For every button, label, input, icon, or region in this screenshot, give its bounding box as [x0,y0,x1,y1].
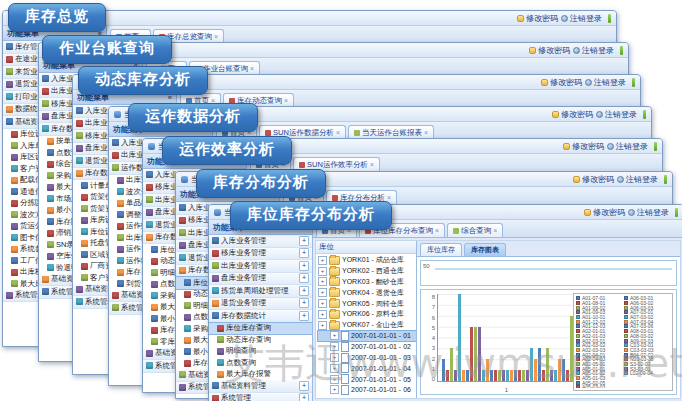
menu-item-icon [146,362,153,369]
tree-expander-icon[interactable]: + [318,256,327,265]
sidebar-item[interactable]: 点数查询+ [209,357,312,369]
expand-icon[interactable]: + [299,381,309,391]
tree-expander-icon[interactable]: + [330,342,339,351]
sidebar-item[interactable]: 动态库存查询+ [209,334,312,346]
tab-close-icon[interactable]: × [250,65,254,72]
chart-subtab[interactable]: 库存图表 [464,243,506,256]
menu-item-icon [117,188,124,195]
tab-close-icon[interactable]: × [284,97,288,104]
tree-node[interactable]: +2007-01-01-01 - 04 [318,363,416,374]
menu-item-icon [6,56,13,63]
logout-button[interactable]: 注销登录 [585,77,626,88]
tab[interactable]: 当天运作台账报表× [348,125,434,139]
expand-icon[interactable]: + [299,311,309,321]
tab-close-icon[interactable]: × [336,129,340,136]
change-password-button[interactable]: 修改密码 [541,77,582,88]
sidebar-item[interactable]: 明细查询+ [209,346,312,358]
tree-node[interactable]: +2007-01-01-01 - 02 [318,341,416,352]
logout-button[interactable]: 注销登录 [561,13,602,24]
menu-item-icon [117,177,124,184]
tree-expander-icon[interactable]: + [318,310,327,319]
logout-button[interactable]: 注销登录 [607,141,648,152]
tab-close-icon[interactable]: × [435,227,439,234]
bar [534,359,537,381]
tab-close-icon[interactable]: × [370,161,374,168]
menu-item-icon [112,139,119,146]
expand-icon[interactable]: + [299,286,309,296]
tree-node-icon [341,342,349,352]
sidebar-item[interactable]: 基础资料管理+ [209,380,312,393]
tab-close-icon[interactable]: × [493,227,497,234]
menu-item-icon [42,276,49,283]
tree-expander-icon[interactable]: + [330,353,339,362]
menu-item-icon [47,172,54,179]
sidebar-item[interactable]: 库位库存查询+ [209,323,312,335]
sidebar-item[interactable]: 拣货单周期处理管理+ [209,285,312,298]
sidebar-item[interactable]: 库存数据统计+ [209,310,312,323]
tree-expander-icon[interactable]: + [318,267,327,276]
tree-expander-icon[interactable]: + [318,288,327,297]
tree-node[interactable]: +YORK01 - 成品仓库 [318,255,416,266]
change-password-button[interactable]: 修改密码 [552,109,593,120]
expand-icon[interactable]: + [299,298,309,308]
tree-expander-icon[interactable]: + [318,277,327,286]
tab[interactable]: 综合查询× [447,223,503,237]
expand-icon[interactable]: + [299,393,309,401]
tree-expander-icon[interactable]: + [330,364,339,373]
menu-item-icon [81,263,88,270]
sidebar-item[interactable]: 出库业务管理+ [209,260,312,273]
tree-node[interactable]: +YORK04 - 退货仓库 [318,287,416,298]
banner-inventory-overview: 库存总览 [8,3,106,32]
change-password-button[interactable]: 修改密码 [529,45,570,56]
tree-node[interactable]: +2007-01-01-01 - 03 [318,352,416,363]
change-password-button[interactable]: 修改密码 [517,13,558,24]
y-axis-tick: 7 [432,304,435,310]
tree-node[interactable]: +YORK06 - 原料仓库 [318,309,416,320]
sidebar-item[interactable]: 最大库存报警+ [209,369,312,381]
sidebar-item[interactable]: 退货业务管理+ [209,298,312,311]
tree-expander-icon[interactable]: + [330,385,339,394]
chart-subtab[interactable]: 库位库存 [420,243,462,256]
tree-expander-icon[interactable]: + [318,321,327,330]
logout-button[interactable]: 注销登录 [573,45,614,56]
logout-button[interactable]: 注销登录 [617,174,658,185]
expand-icon[interactable]: + [299,236,309,246]
expand-icon[interactable]: + [299,248,309,258]
menu-item-icon [6,106,13,113]
tree-node-icon [329,310,340,319]
bar [550,370,553,381]
tree-node[interactable]: +2007-01-01-01 - 05 [318,374,416,385]
sidebar-item[interactable]: 盘库业务管理+ [209,273,312,286]
menu-item-icon [212,262,219,269]
change-password-button[interactable]: 修改密码 [563,141,604,152]
menu-item-icon [11,257,18,264]
tree-node[interactable]: +YORK05 - 周转仓库 [318,298,416,309]
mini-chart: 50 [420,260,677,286]
expand-icon[interactable]: + [299,261,309,271]
tree-node[interactable]: +YORK03 - 翻砂仓库 [318,277,416,288]
logout-button[interactable]: 注销登录 [596,109,637,120]
tab-close-icon[interactable]: × [387,194,391,201]
logout-button[interactable]: 注销登录 [628,207,669,218]
tree-expander-icon[interactable]: + [318,299,327,308]
change-password-button[interactable]: 修改密码 [573,174,614,185]
sidebar-item[interactable]: 系统管理+ [209,393,312,401]
bar [454,370,457,381]
expand-icon[interactable]: + [299,273,309,283]
tree-expander-icon[interactable]: + [330,331,339,340]
tree-node[interactable]: +YORK02 - 西通仓库 [318,266,416,277]
tab-close-icon[interactable]: × [424,129,428,136]
sidebar-item[interactable]: 移库业务管理+ [209,248,312,261]
change-password-button[interactable]: 修改密码 [584,207,625,218]
tree-node[interactable]: +YORK07 - 金山仓库 [318,320,416,331]
tree-node-icon [329,288,340,297]
menu-item-icon [76,132,83,139]
menu-item-icon [11,223,18,230]
menu-item-icon [81,182,88,189]
tree-node[interactable]: +2007-01-01-01 - 01 [318,331,416,342]
location-tree-panel: 库位 +YORK01 - 成品仓库+YORK02 - 西通仓库+YORK03 -… [316,241,417,398]
tree-expander-icon[interactable]: + [330,375,339,384]
tree-node[interactable]: +2007-01-01-01 - 06 [318,385,416,396]
tab-close-icon[interactable]: × [214,33,218,40]
sidebar-item[interactable]: 入库业务管理+ [209,235,312,248]
